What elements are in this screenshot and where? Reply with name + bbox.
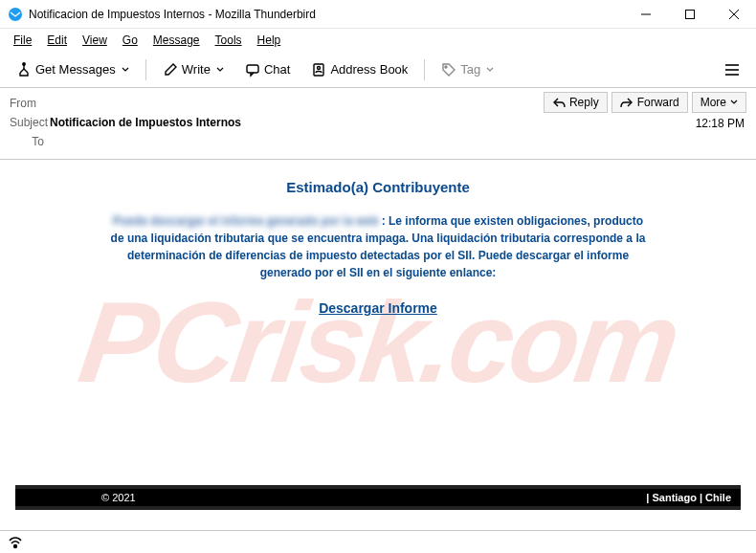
tag-label: Tag (460, 62, 480, 77)
email-heading: Estimado(a) Contribuyente (110, 179, 646, 195)
menu-go[interactable]: Go (117, 32, 144, 49)
chevron-down-icon (486, 66, 494, 74)
header-actions: Reply Forward More (544, 92, 746, 113)
window-titlebar: Notificacion de Impuestos Internos - Moz… (0, 0, 756, 29)
location-text: | Santiago | Chile (646, 492, 731, 503)
chat-icon (245, 62, 260, 77)
get-messages-label: Get Messages (35, 62, 116, 77)
menu-message[interactable]: Message (147, 32, 206, 49)
download-report-link[interactable]: Descargar Informe (319, 300, 437, 316)
menu-tools[interactable]: Tools (210, 32, 248, 49)
subject-label: Subject (10, 116, 50, 129)
email-footer: © 2021 | Santiago | Chile (15, 485, 741, 510)
svg-point-0 (9, 8, 22, 21)
address-book-button[interactable]: Address Book (302, 57, 416, 82)
menu-bar: File Edit View Go Message Tools Help (0, 29, 756, 52)
menu-help[interactable]: Help (252, 32, 287, 49)
address-book-label: Address Book (330, 62, 408, 77)
chat-label: Chat (264, 62, 290, 77)
pencil-icon (163, 62, 178, 77)
tag-icon (441, 62, 456, 77)
write-label: Write (182, 62, 211, 77)
svg-point-9 (445, 66, 447, 68)
forward-icon (620, 97, 634, 108)
chevron-down-icon (216, 66, 224, 74)
forward-label: Forward (637, 96, 679, 109)
svg-point-8 (318, 66, 321, 69)
reply-label: Reply (569, 96, 599, 109)
app-menu-button[interactable] (716, 58, 748, 81)
close-button[interactable] (712, 0, 756, 29)
chat-button[interactable]: Chat (236, 57, 299, 82)
forward-button[interactable]: Forward (611, 92, 688, 113)
more-label: More (700, 96, 726, 109)
write-button[interactable]: Write (154, 57, 233, 82)
thunderbird-icon (8, 7, 23, 22)
chevron-down-icon (122, 66, 129, 74)
svg-point-13 (14, 544, 17, 547)
reply-button[interactable]: Reply (544, 92, 608, 113)
download-icon (16, 62, 32, 77)
message-header: Reply Forward More From Subject Notifica… (0, 88, 756, 160)
blurred-lead: Puede descargar el informe generado por … (113, 214, 378, 228)
main-toolbar: Get Messages Write Chat Address Book Tag (0, 52, 756, 88)
svg-point-5 (23, 62, 25, 64)
chevron-down-icon (730, 99, 738, 106)
to-label: To (10, 135, 50, 148)
get-messages-button[interactable]: Get Messages (8, 57, 138, 82)
tag-button[interactable]: Tag (433, 57, 502, 82)
more-button[interactable]: More (692, 92, 746, 113)
menu-file[interactable]: File (8, 32, 37, 49)
minimize-button[interactable] (624, 0, 668, 29)
window-controls (624, 0, 756, 29)
menu-view[interactable]: View (77, 32, 113, 49)
online-status-icon[interactable] (8, 536, 23, 549)
maximize-button[interactable] (668, 0, 712, 29)
toolbar-separator (424, 59, 425, 80)
reply-icon (552, 97, 566, 108)
status-bar (0, 530, 756, 553)
copyright-text: © 2021 (101, 492, 136, 503)
message-time: 12:18 PM (696, 117, 745, 130)
email-paragraph: Puede descargar el informe generado por … (110, 212, 646, 281)
window-title: Notificacion de Impuestos Internos - Moz… (29, 8, 624, 21)
hamburger-icon (724, 63, 740, 77)
svg-rect-2 (686, 10, 695, 18)
toolbar-separator (145, 59, 146, 80)
message-body: PCrisk.com Estimado(a) Contribuyente Pue… (0, 160, 756, 523)
subject-value: Notificacion de Impuestos Internos (50, 116, 241, 129)
address-book-icon (311, 62, 326, 77)
menu-edit[interactable]: Edit (41, 32, 73, 49)
from-label: From (10, 97, 50, 110)
svg-rect-6 (247, 65, 258, 73)
